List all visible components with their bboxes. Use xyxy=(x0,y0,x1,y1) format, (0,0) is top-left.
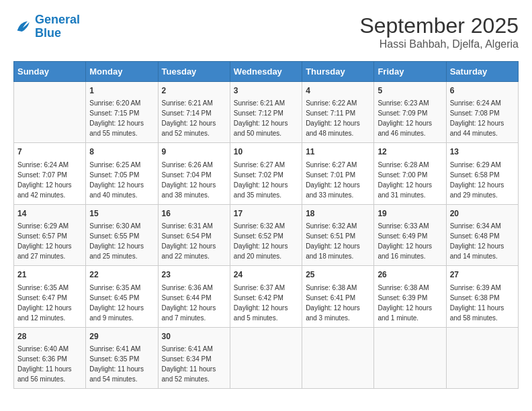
day-content-line: Sunrise: 6:33 AM xyxy=(378,222,429,230)
day-number: 3 xyxy=(234,85,298,97)
day-content-line: and 31 minutes. xyxy=(378,191,425,199)
day-content-line: Daylight: 12 hours xyxy=(89,242,144,250)
day-number: 22 xyxy=(89,269,154,281)
calendar-week-row: 21Sunrise: 6:35 AMSunset: 6:47 PMDayligh… xyxy=(14,266,519,327)
day-number: 18 xyxy=(306,208,370,220)
logo: General Blue xyxy=(13,13,80,40)
day-content-line: Sunset: 7:07 PM xyxy=(17,171,67,179)
calendar-day-cell: 14Sunrise: 6:29 AMSunset: 6:57 PMDayligh… xyxy=(14,204,86,265)
day-content: Sunrise: 6:20 AMSunset: 7:15 PMDaylight:… xyxy=(89,98,154,138)
day-content-line: Sunrise: 6:41 AM xyxy=(89,345,140,353)
calendar-day-cell xyxy=(230,327,302,388)
calendar-day-cell: 11Sunrise: 6:27 AMSunset: 7:01 PMDayligh… xyxy=(302,143,374,204)
day-content: Sunrise: 6:38 AMSunset: 6:39 PMDaylight:… xyxy=(378,283,442,323)
day-content-line: Daylight: 12 hours xyxy=(234,120,288,127)
day-content-line: Daylight: 12 hours xyxy=(378,242,432,250)
day-content-line: Daylight: 12 hours xyxy=(234,304,288,312)
day-content-line: Sunset: 6:34 PM xyxy=(162,355,212,363)
day-content: Sunrise: 6:34 AMSunset: 6:48 PMDaylight:… xyxy=(450,221,515,261)
day-content-line: Sunrise: 6:40 AM xyxy=(17,345,69,353)
day-number: 8 xyxy=(89,146,154,158)
day-content-line: and 22 minutes. xyxy=(162,253,210,260)
day-content-line: Sunrise: 6:35 AM xyxy=(89,284,140,291)
day-content: Sunrise: 6:31 AMSunset: 6:54 PMDaylight:… xyxy=(162,221,226,261)
day-content-line: Sunset: 6:49 PM xyxy=(378,232,427,240)
calendar-day-cell xyxy=(14,82,86,143)
day-content-line: and 20 minutes. xyxy=(234,253,281,260)
calendar-day-cell: 22Sunrise: 6:35 AMSunset: 6:45 PMDayligh… xyxy=(86,266,158,327)
day-content-line: Daylight: 12 hours xyxy=(89,120,144,127)
logo-icon xyxy=(13,17,32,36)
calendar-week-row: 28Sunrise: 6:40 AMSunset: 6:36 PMDayligh… xyxy=(14,327,519,388)
day-content-line: Sunrise: 6:25 AM xyxy=(89,161,140,169)
day-content-line: Sunset: 6:54 PM xyxy=(162,232,212,240)
day-content-line: Daylight: 12 hours xyxy=(234,242,288,250)
calendar-day-cell: 27Sunrise: 6:39 AMSunset: 6:38 PMDayligh… xyxy=(446,266,518,327)
month-title: September 2025 xyxy=(359,13,519,38)
day-content-line: Sunset: 7:14 PM xyxy=(162,109,212,117)
day-content-line: Sunset: 6:38 PM xyxy=(450,294,500,302)
calendar-day-cell xyxy=(374,327,446,388)
day-content-line: Daylight: 12 hours xyxy=(306,181,360,189)
day-content: Sunrise: 6:32 AMSunset: 6:51 PMDaylight:… xyxy=(306,221,370,261)
day-content-line: Sunset: 7:12 PM xyxy=(234,109,283,117)
calendar-day-cell xyxy=(446,327,518,388)
calendar-day-cell: 6Sunrise: 6:24 AMSunset: 7:08 PMDaylight… xyxy=(446,82,518,143)
calendar-day-cell: 17Sunrise: 6:32 AMSunset: 6:52 PMDayligh… xyxy=(230,204,302,265)
day-content-line: Daylight: 11 hours xyxy=(17,365,72,373)
day-content: Sunrise: 6:27 AMSunset: 7:01 PMDaylight:… xyxy=(306,160,370,200)
calendar-day-cell: 23Sunrise: 6:36 AMSunset: 6:44 PMDayligh… xyxy=(158,266,230,327)
day-content-line: Daylight: 11 hours xyxy=(162,365,216,373)
day-content-line: Daylight: 12 hours xyxy=(17,304,72,312)
day-content-line: Daylight: 12 hours xyxy=(17,242,72,250)
day-content-line: and 50 minutes. xyxy=(234,130,281,137)
day-content: Sunrise: 6:29 AMSunset: 6:57 PMDaylight:… xyxy=(17,221,82,261)
day-content-line: Sunrise: 6:27 AM xyxy=(234,161,285,169)
day-number: 7 xyxy=(17,146,82,158)
day-content: Sunrise: 6:30 AMSunset: 6:55 PMDaylight:… xyxy=(89,221,154,261)
day-content: Sunrise: 6:35 AMSunset: 6:45 PMDaylight:… xyxy=(89,283,154,323)
day-content-line: and 52 minutes. xyxy=(162,375,210,383)
day-content-line: Sunset: 7:02 PM xyxy=(234,171,283,179)
day-content-line: Sunrise: 6:27 AM xyxy=(306,161,357,169)
day-content-line: and 12 minutes. xyxy=(17,314,65,322)
calendar-day-cell xyxy=(302,327,374,388)
day-number: 9 xyxy=(162,146,226,158)
day-content-line: Sunset: 7:08 PM xyxy=(450,109,500,117)
day-content-line: and 38 minutes. xyxy=(162,191,210,199)
day-number: 5 xyxy=(378,85,442,97)
day-number: 26 xyxy=(378,269,442,281)
day-content: Sunrise: 6:33 AMSunset: 6:49 PMDaylight:… xyxy=(378,221,442,261)
day-content-line: Daylight: 12 hours xyxy=(162,120,216,127)
day-content: Sunrise: 6:40 AMSunset: 6:36 PMDaylight:… xyxy=(17,344,82,384)
weekday-header: Monday xyxy=(86,62,158,82)
weekday-header: Saturday xyxy=(446,62,518,82)
calendar-day-cell: 9Sunrise: 6:26 AMSunset: 7:04 PMDaylight… xyxy=(158,143,230,204)
day-content: Sunrise: 6:21 AMSunset: 7:14 PMDaylight:… xyxy=(162,98,226,138)
calendar-day-cell: 13Sunrise: 6:29 AMSunset: 6:58 PMDayligh… xyxy=(446,143,518,204)
calendar-day-cell: 1Sunrise: 6:20 AMSunset: 7:15 PMDaylight… xyxy=(86,82,158,143)
day-content: Sunrise: 6:35 AMSunset: 6:47 PMDaylight:… xyxy=(17,283,82,323)
day-content-line: and 16 minutes. xyxy=(378,253,425,260)
day-content-line: and 54 minutes. xyxy=(89,375,137,383)
day-content-line: and 27 minutes. xyxy=(17,253,65,260)
calendar-day-cell: 25Sunrise: 6:38 AMSunset: 6:41 PMDayligh… xyxy=(302,266,374,327)
day-content-line: and 18 minutes. xyxy=(306,253,353,260)
day-content-line: and 3 minutes. xyxy=(306,314,350,322)
day-content-line: Sunset: 6:55 PM xyxy=(89,232,139,240)
day-content-line: Daylight: 12 hours xyxy=(306,120,360,127)
calendar-day-cell: 30Sunrise: 6:41 AMSunset: 6:34 PMDayligh… xyxy=(158,327,230,388)
day-content-line: Daylight: 11 hours xyxy=(450,304,504,312)
calendar-day-cell: 24Sunrise: 6:37 AMSunset: 6:42 PMDayligh… xyxy=(230,266,302,327)
calendar-day-cell: 19Sunrise: 6:33 AMSunset: 6:49 PMDayligh… xyxy=(374,204,446,265)
day-content-line: Sunrise: 6:31 AM xyxy=(162,222,213,230)
day-content: Sunrise: 6:21 AMSunset: 7:12 PMDaylight:… xyxy=(234,98,298,138)
calendar-day-cell: 7Sunrise: 6:24 AMSunset: 7:07 PMDaylight… xyxy=(14,143,86,204)
day-content-line: and 9 minutes. xyxy=(89,314,134,322)
day-number: 29 xyxy=(89,331,154,342)
day-content: Sunrise: 6:29 AMSunset: 6:58 PMDaylight:… xyxy=(450,160,515,200)
day-content-line: Sunset: 7:09 PM xyxy=(378,109,427,117)
day-content-line: Sunset: 6:36 PM xyxy=(17,355,67,363)
day-content-line: Sunrise: 6:41 AM xyxy=(162,345,213,353)
day-content: Sunrise: 6:25 AMSunset: 7:05 PMDaylight:… xyxy=(89,160,154,200)
